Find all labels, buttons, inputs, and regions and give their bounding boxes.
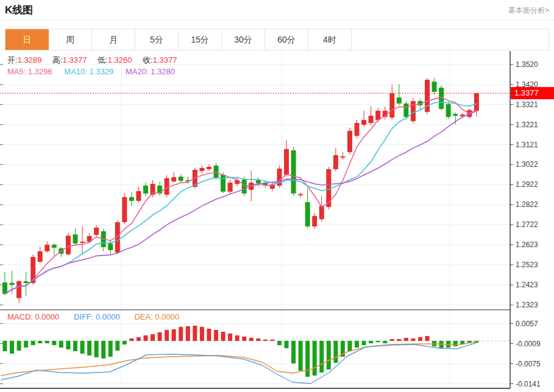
macd-histogram: [3, 326, 479, 377]
open-label: 开:: [7, 55, 18, 65]
ma20-legend: MA20: 1.3280: [126, 67, 175, 76]
diff-value-legend: DIFF: 0.0000: [74, 312, 120, 321]
header-divider: [0, 19, 554, 20]
open-value: 1.3289: [18, 55, 42, 65]
svg-text:1.3221: 1.3221: [516, 121, 538, 129]
tab-5min[interactable]: 5分: [135, 29, 179, 50]
tab-day[interactable]: 日: [5, 29, 49, 50]
svg-text:0.0057: 0.0057: [516, 320, 538, 328]
svg-text:1.2822: 1.2822: [516, 200, 538, 209]
svg-text:1.2623: 1.2623: [516, 240, 538, 249]
kline-page: { "header": { "title": "K线图", "link": "基…: [0, 0, 554, 392]
kline-chart-svg: 1.35201.34201.33211.32211.31211.30221.29…: [0, 51, 554, 392]
ohlc-legend: 开:1.3289 高:1.3377 低:1.3260 收:1.3377: [7, 55, 185, 66]
svg-text:1.2323: 1.2323: [516, 301, 538, 309]
tab-15min[interactable]: 15分: [179, 29, 222, 50]
svg-text:1.3022: 1.3022: [516, 160, 538, 169]
tab-4hour[interactable]: 4时: [308, 29, 352, 50]
close-label: 收:: [143, 55, 153, 65]
close-value: 1.3377: [153, 55, 177, 65]
dea-value-legend: DEA: 0.0000: [134, 312, 179, 321]
ma-legend: MA5: 1.3296 MA10: 1.3329 MA20: 1.3280: [7, 67, 175, 76]
interval-tab-bar: 日 周 月 5分 15分 30分 60分 4时: [5, 29, 549, 51]
low-value: 1.3260: [108, 55, 132, 65]
svg-text:-0.0009: -0.0009: [516, 340, 541, 348]
ma10-legend: MA10: 1.3329: [64, 67, 113, 76]
high-value: 1.3377: [63, 55, 87, 65]
svg-text:1.3321: 1.3321: [516, 100, 538, 109]
current-price-tag: 1.3377: [511, 87, 554, 99]
kline-chart: 1.35201.34201.33211.32211.31211.30221.29…: [0, 51, 554, 392]
svg-text:1.2423: 1.2423: [516, 281, 538, 289]
ma5-legend: MA5: 1.3296: [7, 67, 52, 76]
high-label: 高:: [52, 55, 63, 65]
ma-lines: [5, 97, 477, 294]
macd-value-legend: MACD: 0.0000: [7, 312, 59, 321]
tab-month[interactable]: 月: [92, 29, 135, 50]
axis-labels: 1.35201.34201.33211.32211.31211.30221.29…: [510, 60, 541, 388]
svg-text:1.2523: 1.2523: [516, 261, 538, 269]
page-title: K线图: [5, 3, 33, 17]
macd-lines: [1, 341, 477, 383]
tab-60min[interactable]: 60分: [265, 29, 308, 50]
tab-30min[interactable]: 30分: [222, 29, 265, 50]
svg-text:1.2722: 1.2722: [516, 220, 538, 229]
svg-text:-0.0075: -0.0075: [516, 360, 541, 368]
svg-text:1.3121: 1.3121: [516, 141, 538, 149]
macd-legend: MACD: 0.0000 DIFF: 0.0000 DEA: 0.0000: [7, 312, 179, 321]
svg-text:1.2922: 1.2922: [516, 180, 538, 189]
svg-text:1.3520: 1.3520: [516, 60, 538, 69]
gridlines: [0, 51, 510, 388]
low-label: 低:: [98, 55, 108, 65]
axes: [0, 51, 510, 388]
fundamental-analysis-link[interactable]: 基本面分析>: [508, 5, 549, 16]
tab-week[interactable]: 周: [49, 29, 92, 50]
svg-text:-0.0141: -0.0141: [516, 380, 541, 388]
